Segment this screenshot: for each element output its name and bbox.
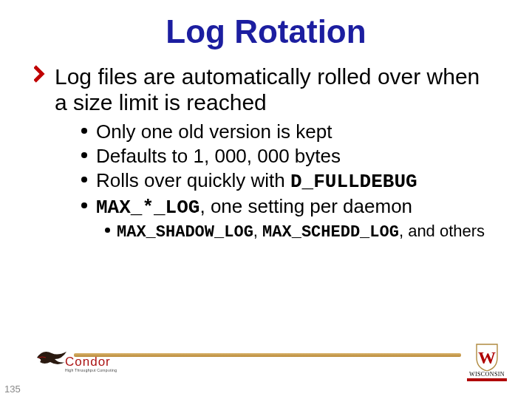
bullet-l3-item: MAX_SHADOW_LOG, MAX_SCHEDD_LOG, and othe… [105, 222, 498, 242]
footer: Condor High Throughput Computing W WISCO… [0, 341, 532, 380]
bullet-l2-text: , one setting per daemon [200, 195, 412, 217]
bullet-dot-icon [81, 128, 87, 134]
bullet-l2-text: Defaults to 1, 000, 000 bytes [96, 145, 341, 167]
bullet-l3-text: , and others [399, 222, 485, 240]
slide-title: Log Rotation [34, 13, 498, 50]
bullet-l2-item: MAX_*_LOG, one setting per daemon [81, 195, 498, 219]
divider [74, 353, 461, 357]
code-text: MAX_*_LOG [96, 197, 200, 219]
bird-icon [35, 347, 68, 372]
bullet-l2-item: Defaults to 1, 000, 000 bytes [81, 145, 498, 168]
code-text: MAX_SHADOW_LOG [117, 223, 253, 242]
bullet-l2-text: Rolls over quickly with [96, 169, 290, 191]
bullet-dot-icon [81, 177, 87, 183]
svg-text:W: W [478, 348, 496, 367]
wisconsin-logo-text: WISCONSIN [467, 372, 507, 378]
bullet-dot-icon [105, 228, 110, 233]
bullet-l2-item: Rolls over quickly with D_FULLDEBUG [81, 169, 498, 194]
crest-icon: W [474, 341, 500, 371]
wisconsin-logo: W WISCONSIN [467, 341, 507, 381]
wisconsin-logo-bar [467, 378, 507, 381]
condor-logo: Condor High Throughput Computing [35, 347, 132, 380]
bullet-l3-text: , [253, 222, 262, 240]
code-text: MAX_SCHEDD_LOG [262, 223, 399, 242]
bullet-l2-group: Only one old version is kept Defaults to… [34, 120, 498, 220]
bullet-l1-text: Log files are automatically rolled over … [55, 64, 480, 115]
slide: Log Rotation Log files are automatically… [0, 0, 532, 399]
chevron-icon [34, 65, 50, 87]
bullet-l2-text: Only one old version is kept [96, 120, 332, 143]
code-text: D_FULLDEBUG [290, 171, 417, 193]
bullet-level1: Log files are automatically rolled over … [34, 64, 498, 116]
condor-logo-subtext: High Throughput Computing [65, 368, 117, 372]
bullet-dot-icon [81, 202, 87, 208]
bullet-l3-group: MAX_SHADOW_LOG, MAX_SCHEDD_LOG, and othe… [34, 222, 498, 242]
condor-logo-text: Condor [65, 355, 111, 369]
bullet-dot-icon [81, 152, 87, 158]
bullet-l2-item: Only one old version is kept [81, 120, 498, 143]
page-number: 135 [4, 383, 21, 395]
